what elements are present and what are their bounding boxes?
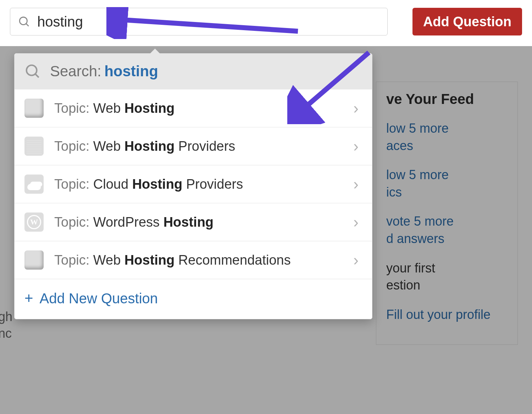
suggestion-bold: Hosting bbox=[124, 253, 174, 267]
suggestion-bold: Hosting bbox=[124, 139, 174, 154]
suggestion-before: WordPress bbox=[93, 215, 164, 230]
search-field-container[interactable] bbox=[10, 8, 388, 35]
plus-icon: + bbox=[24, 290, 33, 307]
top-bar: Add Question bbox=[0, 0, 532, 43]
suggestion-text: Topic: Web Hosting Recommendations bbox=[54, 253, 343, 268]
suggestion-bold: Hosting bbox=[164, 215, 214, 230]
suggestion-after: Providers bbox=[174, 139, 235, 154]
suggestion-text: Topic: Web Hosting Providers bbox=[54, 139, 343, 154]
wordpress-icon: W bbox=[24, 212, 44, 232]
suggestion-text: Topic: WordPress Hosting bbox=[54, 215, 343, 230]
suggestion-item-web-hosting[interactable]: Topic: Web Hosting › bbox=[15, 89, 372, 127]
suggestion-prefix: Topic: bbox=[54, 253, 93, 267]
add-new-question-link[interactable]: + Add New Question bbox=[15, 279, 372, 319]
svg-line-3 bbox=[35, 74, 39, 78]
svg-point-0 bbox=[20, 17, 27, 24]
suggestion-item-cloud-hosting-providers[interactable]: Topic: Cloud Hosting Providers › bbox=[15, 165, 372, 203]
suggestion-prefix: Topic: bbox=[54, 139, 93, 154]
search-header-label: Search: bbox=[50, 63, 101, 79]
search-header-term: hosting bbox=[104, 63, 158, 79]
servers-icon bbox=[24, 137, 44, 156]
search-suggestions-panel: Search: hosting Topic: Web Hosting › Top… bbox=[14, 53, 372, 319]
chevron-right-icon: › bbox=[353, 251, 362, 269]
search-input[interactable] bbox=[37, 14, 379, 30]
suggestion-prefix: Topic: bbox=[54, 101, 93, 116]
suggestion-item-wordpress-hosting[interactable]: W Topic: WordPress Hosting › bbox=[15, 203, 372, 241]
suggestion-prefix: Topic: bbox=[54, 177, 93, 192]
suggestion-bold: Hosting bbox=[132, 177, 182, 192]
chevron-right-icon: › bbox=[353, 213, 362, 231]
add-question-button[interactable]: Add Question bbox=[412, 8, 522, 35]
chevron-right-icon: › bbox=[353, 175, 362, 193]
search-suggestion-header[interactable]: Search: hosting bbox=[15, 54, 372, 89]
suggestion-before: Web bbox=[93, 139, 124, 154]
suggestion-before: Web bbox=[93, 101, 124, 116]
suggestion-before: Web bbox=[93, 253, 124, 267]
suggestion-prefix: Topic: bbox=[54, 215, 93, 230]
suggestion-after: Recommendations bbox=[174, 253, 290, 267]
cloud-icon bbox=[24, 175, 44, 194]
globe-icon bbox=[24, 250, 44, 270]
panel-pointer-icon bbox=[149, 49, 161, 54]
suggestion-text: Topic: Web Hosting bbox=[54, 101, 343, 116]
suggestion-bold: Hosting bbox=[124, 101, 174, 116]
globe-icon bbox=[24, 99, 44, 118]
add-new-question-label: Add New Question bbox=[40, 291, 158, 307]
suggestion-after: Providers bbox=[182, 177, 243, 192]
chevron-right-icon: › bbox=[353, 99, 362, 117]
chevron-right-icon: › bbox=[353, 137, 362, 155]
suggestion-before: Cloud bbox=[93, 177, 132, 192]
svg-point-2 bbox=[27, 65, 37, 76]
suggestion-item-web-hosting-recommendations[interactable]: Topic: Web Hosting Recommendations › bbox=[15, 241, 372, 279]
suggestion-item-web-hosting-providers[interactable]: Topic: Web Hosting Providers › bbox=[15, 127, 372, 165]
search-icon bbox=[24, 63, 41, 79]
svg-line-1 bbox=[26, 24, 29, 26]
search-icon bbox=[18, 16, 30, 28]
suggestion-text: Topic: Cloud Hosting Providers bbox=[54, 177, 343, 192]
